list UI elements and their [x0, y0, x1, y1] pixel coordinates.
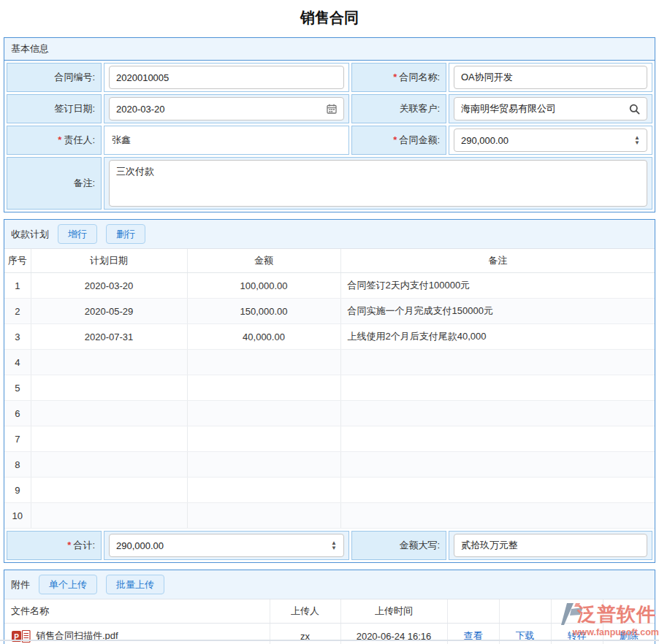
- attachments-section: 附件 单个上传 批量上传 文件名称 上传人 上传时间 P: [4, 570, 655, 644]
- plan-date-cell[interactable]: 2020-05-29: [31, 299, 187, 324]
- seq-cell: 1: [4, 273, 31, 299]
- remark-cell: 三次付款: [104, 157, 652, 210]
- table-row: 7: [4, 426, 655, 452]
- amount-cell[interactable]: [187, 426, 340, 452]
- payment-plan-table: 序号 计划日期 金额 备注 1 2020-03-20 100,000.00 合同…: [4, 249, 655, 529]
- table-header-row: 文件名称 上传人 上传时间: [4, 599, 655, 624]
- amount-cell[interactable]: [187, 350, 340, 375]
- plan-date-cell[interactable]: [31, 426, 187, 452]
- column-header-empty: [447, 599, 499, 624]
- seq-cell: 2: [4, 299, 31, 324]
- remark-cell[interactable]: 合同签订2天内支付100000元: [340, 273, 655, 299]
- column-header-plan-date: 计划日期: [31, 249, 187, 273]
- customer-input[interactable]: 海南明华贸易有限公司: [454, 97, 647, 120]
- remark-label-cell: 备注:: [7, 157, 102, 210]
- amount-cell[interactable]: 100,000.00: [187, 273, 340, 299]
- table-row: 5: [4, 375, 655, 401]
- contract-no-cell: 2020010005: [104, 63, 349, 92]
- spinner-up-down-icon[interactable]: ▲▼: [634, 135, 640, 145]
- seq-cell: 3: [4, 324, 31, 350]
- basic-info-section: 基本信息 合同编号: 2020010005 *合同名称: OA协同开发: [4, 37, 655, 212]
- plan-date-cell[interactable]: [31, 350, 187, 375]
- amount-words-input[interactable]: 贰拾玖万元整: [454, 534, 647, 557]
- contract-name-input[interactable]: OA协同开发: [454, 66, 647, 89]
- table-row: 8: [4, 452, 655, 478]
- amount-input[interactable]: 290,000.00 ▲▼: [454, 129, 647, 152]
- table-row: 1 2020-03-20 100,000.00 合同签订2天内支付100000元: [4, 273, 655, 299]
- remark-textarea[interactable]: 三次付款: [109, 160, 647, 207]
- spinner-up-down-icon[interactable]: ▲▼: [331, 540, 337, 551]
- add-row-button[interactable]: 增行: [58, 224, 97, 244]
- plan-date-cell[interactable]: [31, 452, 187, 478]
- payment-plan-footer: *合计: 290,000.00 ▲▼ 金额大写: 贰拾玖万元整: [4, 529, 655, 562]
- contract-name-label: 合同名称:: [399, 72, 440, 83]
- remark-cell[interactable]: [340, 426, 655, 452]
- amount-label: 合同金额:: [399, 134, 440, 145]
- plan-date-cell[interactable]: [31, 401, 187, 426]
- sign-date-cell: 2020-03-20: [104, 94, 349, 123]
- table-row: 9: [4, 478, 655, 503]
- remark-cell[interactable]: 上线使用2个月后支付尾款40,000: [340, 324, 655, 350]
- basic-info-title: 基本信息: [11, 42, 49, 55]
- single-upload-button[interactable]: 单个上传: [39, 575, 97, 594]
- page-divider: [0, 640, 659, 641]
- amount-cell[interactable]: [187, 503, 340, 529]
- remark-cell[interactable]: [340, 350, 655, 375]
- table-row: 2 2020-05-29 150,000.00 合同实施一个月完成支付15000…: [4, 299, 655, 324]
- calendar-icon[interactable]: [327, 104, 337, 114]
- remark-cell[interactable]: [340, 375, 655, 401]
- amount-cell[interactable]: [187, 375, 340, 401]
- amount-cell[interactable]: [187, 478, 340, 503]
- required-mark: *: [67, 540, 71, 551]
- column-header-empty: [551, 599, 603, 624]
- plan-date-cell[interactable]: [31, 478, 187, 503]
- attachments-title: 附件: [11, 578, 30, 591]
- amount-label-cell: *合同金额:: [351, 126, 446, 155]
- payment-plan-title: 收款计划: [11, 228, 49, 241]
- customer-label-cell: 关联客户:: [351, 94, 446, 123]
- customer-cell: 海南明华贸易有限公司: [449, 94, 652, 123]
- contract-name-cell: OA协同开发: [449, 63, 652, 92]
- basic-info-header: 基本信息: [4, 38, 655, 61]
- owner-cell: 张鑫: [104, 126, 349, 155]
- contract-no-label-cell: 合同编号:: [7, 63, 102, 92]
- column-header-upload-time: 上传时间: [340, 599, 447, 624]
- seq-cell: 9: [4, 478, 31, 503]
- amount-words-label-cell: 金额大写:: [351, 531, 446, 560]
- remark-cell[interactable]: [340, 401, 655, 426]
- table-row: 4: [4, 350, 655, 375]
- search-icon[interactable]: [629, 104, 640, 115]
- plan-date-cell[interactable]: 2020-07-31: [31, 324, 187, 350]
- seq-cell: 7: [4, 426, 31, 452]
- total-input[interactable]: 290,000.00 ▲▼: [109, 534, 344, 557]
- amount-cell[interactable]: [187, 401, 340, 426]
- remark-cell[interactable]: 合同实施一个月完成支付150000元: [340, 299, 655, 324]
- remark-cell[interactable]: [340, 452, 655, 478]
- seq-cell: 4: [4, 350, 31, 375]
- plan-date-cell[interactable]: [31, 375, 187, 401]
- amount-words-label: 金额大写:: [399, 540, 440, 551]
- sign-date-input[interactable]: 2020-03-20: [109, 97, 344, 120]
- amount-words-cell: 贰拾玖万元整: [449, 531, 652, 560]
- attachments-table: 文件名称 上传人 上传时间 P 销售合同扫描件.pdf: [4, 599, 655, 644]
- plan-date-cell[interactable]: 2020-03-20: [31, 273, 187, 299]
- column-header-file-name: 文件名称: [4, 599, 270, 624]
- remark-cell[interactable]: [340, 503, 655, 529]
- owner-value: 张鑫: [109, 134, 344, 147]
- amount-cell[interactable]: 40,000.00: [187, 324, 340, 350]
- plan-date-cell[interactable]: [31, 503, 187, 529]
- seq-cell: 10: [4, 503, 31, 529]
- amount-cell[interactable]: 150,000.00: [187, 299, 340, 324]
- delete-row-button[interactable]: 删行: [106, 224, 145, 244]
- column-header-amount: 金额: [187, 249, 340, 273]
- amount-cell[interactable]: [187, 452, 340, 478]
- payment-plan-section: 收款计划 增行 删行 序号 计划日期 金额 备注 1 2020-03-20 10…: [4, 219, 655, 563]
- sign-date-label-cell: 签订日期:: [7, 94, 102, 123]
- batch-upload-button[interactable]: 批量上传: [106, 575, 164, 594]
- total-label-cell: *合计:: [7, 531, 102, 560]
- total-cell: 290,000.00 ▲▼: [104, 531, 349, 560]
- contract-no-input[interactable]: 2020010005: [109, 66, 344, 89]
- table-row: 3 2020-07-31 40,000.00 上线使用2个月后支付尾款40,00…: [4, 324, 655, 350]
- table-row: 6: [4, 401, 655, 426]
- remark-cell[interactable]: [340, 478, 655, 503]
